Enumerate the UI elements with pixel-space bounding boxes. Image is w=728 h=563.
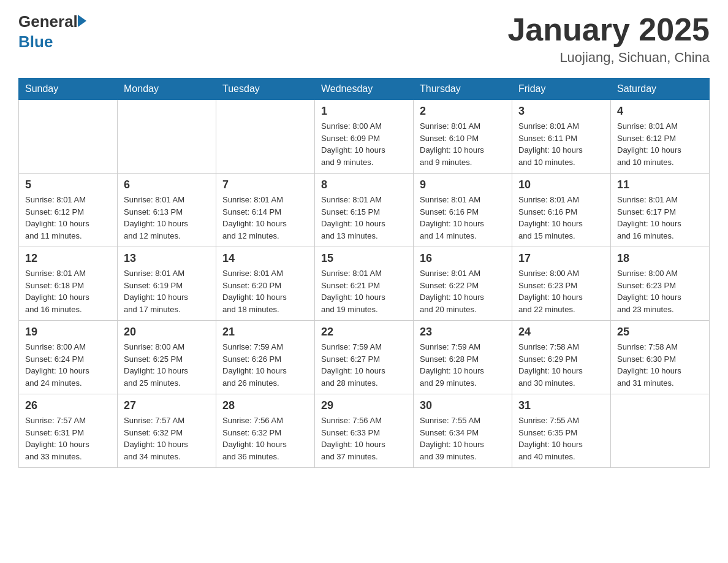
day-info: Sunrise: 8:00 AM Sunset: 6:23 PM Dayligh… [617,267,703,315]
logo-line1: General [18,12,86,31]
day-info: Sunrise: 7:59 AM Sunset: 6:28 PM Dayligh… [420,341,506,389]
calendar-day-cell: 10Sunrise: 8:01 AM Sunset: 6:16 PM Dayli… [512,174,611,247]
month-title: January 2025 [507,12,710,47]
calendar-week-row: 1Sunrise: 8:00 AM Sunset: 6:09 PM Daylig… [19,100,710,174]
calendar-day-cell: 1Sunrise: 8:00 AM Sunset: 6:09 PM Daylig… [315,100,414,174]
day-info: Sunrise: 8:00 AM Sunset: 6:09 PM Dayligh… [321,120,407,168]
day-info: Sunrise: 8:01 AM Sunset: 6:11 PM Dayligh… [518,120,604,168]
calendar-week-row: 26Sunrise: 7:57 AM Sunset: 6:31 PM Dayli… [19,394,710,468]
day-number: 31 [518,399,604,412]
day-number: 1 [321,105,407,118]
calendar-week-row: 5Sunrise: 8:01 AM Sunset: 6:12 PM Daylig… [19,174,710,247]
day-number: 24 [518,326,604,339]
calendar-day-cell: 22Sunrise: 7:59 AM Sunset: 6:27 PM Dayli… [315,321,414,394]
calendar-day-cell: 24Sunrise: 7:58 AM Sunset: 6:29 PM Dayli… [512,321,611,394]
day-info: Sunrise: 8:01 AM Sunset: 6:12 PM Dayligh… [25,194,111,242]
day-info: Sunrise: 8:01 AM Sunset: 6:15 PM Dayligh… [321,194,407,242]
day-info: Sunrise: 8:01 AM Sunset: 6:17 PM Dayligh… [617,194,703,242]
calendar-day-cell: 7Sunrise: 8:01 AM Sunset: 6:14 PM Daylig… [216,174,315,247]
calendar-header: SundayMondayTuesdayWednesdayThursdayFrid… [19,79,710,100]
calendar-day-cell: 20Sunrise: 8:00 AM Sunset: 6:25 PM Dayli… [118,321,216,394]
title-section: January 2025 Luojiang, Sichuan, China [507,12,710,66]
day-number: 17 [518,252,604,265]
calendar-day-cell: 3Sunrise: 8:01 AM Sunset: 6:11 PM Daylig… [512,100,611,174]
day-number: 10 [518,178,604,191]
day-info: Sunrise: 7:58 AM Sunset: 6:29 PM Dayligh… [518,341,604,389]
day-of-week-header: Monday [118,79,216,100]
day-info: Sunrise: 8:00 AM Sunset: 6:23 PM Dayligh… [518,267,604,315]
day-number: 19 [25,326,111,339]
calendar-body: 1Sunrise: 8:00 AM Sunset: 6:09 PM Daylig… [19,100,710,468]
calendar-day-cell: 30Sunrise: 7:55 AM Sunset: 6:34 PM Dayli… [414,394,512,468]
day-info: Sunrise: 8:01 AM Sunset: 6:16 PM Dayligh… [518,194,604,242]
day-number: 30 [420,399,506,412]
calendar-day-cell: 11Sunrise: 8:01 AM Sunset: 6:17 PM Dayli… [611,174,710,247]
calendar-day-cell: 18Sunrise: 8:00 AM Sunset: 6:23 PM Dayli… [611,247,710,321]
day-of-week-header: Sunday [19,79,118,100]
day-number: 22 [321,326,407,339]
day-number: 16 [420,252,506,265]
logo-arrow-icon [78,15,86,27]
calendar-day-cell [611,394,710,468]
calendar-day-cell [216,100,315,174]
day-of-week-header: Saturday [611,79,710,100]
calendar-day-cell: 6Sunrise: 8:01 AM Sunset: 6:13 PM Daylig… [118,174,216,247]
logo: General Blue [18,12,86,52]
day-info: Sunrise: 8:00 AM Sunset: 6:24 PM Dayligh… [25,341,111,389]
day-number: 7 [222,178,308,191]
day-number: 9 [420,178,506,191]
page-header: General Blue January 2025 Luojiang, Sich… [18,12,710,66]
day-number: 4 [617,105,703,118]
calendar-day-cell: 21Sunrise: 7:59 AM Sunset: 6:26 PM Dayli… [216,321,315,394]
day-of-week-header: Thursday [414,79,512,100]
day-number: 8 [321,178,407,191]
calendar-day-cell: 14Sunrise: 8:01 AM Sunset: 6:20 PM Dayli… [216,247,315,321]
calendar-day-cell: 13Sunrise: 8:01 AM Sunset: 6:19 PM Dayli… [118,247,216,321]
calendar-day-cell [118,100,216,174]
day-info: Sunrise: 7:55 AM Sunset: 6:34 PM Dayligh… [420,415,506,462]
calendar-day-cell: 12Sunrise: 8:01 AM Sunset: 6:18 PM Dayli… [19,247,118,321]
day-info: Sunrise: 8:01 AM Sunset: 6:19 PM Dayligh… [124,267,210,315]
day-number: 20 [124,326,210,339]
day-info: Sunrise: 7:57 AM Sunset: 6:31 PM Dayligh… [25,415,111,462]
calendar-day-cell: 25Sunrise: 7:58 AM Sunset: 6:30 PM Dayli… [611,321,710,394]
day-info: Sunrise: 7:56 AM Sunset: 6:33 PM Dayligh… [321,415,407,462]
location-text: Luojiang, Sichuan, China [507,50,710,66]
days-of-week-row: SundayMondayTuesdayWednesdayThursdayFrid… [19,79,710,100]
day-info: Sunrise: 7:58 AM Sunset: 6:30 PM Dayligh… [617,341,703,389]
day-info: Sunrise: 8:01 AM Sunset: 6:20 PM Dayligh… [222,267,308,315]
day-info: Sunrise: 8:01 AM Sunset: 6:22 PM Dayligh… [420,267,506,315]
day-info: Sunrise: 7:55 AM Sunset: 6:35 PM Dayligh… [518,415,604,462]
day-number: 13 [124,252,210,265]
day-number: 15 [321,252,407,265]
day-info: Sunrise: 7:57 AM Sunset: 6:32 PM Dayligh… [124,415,210,462]
day-number: 5 [25,178,111,191]
logo-general-text: General [18,12,78,31]
calendar-day-cell: 8Sunrise: 8:01 AM Sunset: 6:15 PM Daylig… [315,174,414,247]
day-number: 21 [222,326,308,339]
day-of-week-header: Wednesday [315,79,414,100]
day-number: 6 [124,178,210,191]
day-number: 26 [25,399,111,412]
calendar-day-cell: 17Sunrise: 8:00 AM Sunset: 6:23 PM Dayli… [512,247,611,321]
day-number: 25 [617,326,703,339]
calendar-day-cell: 27Sunrise: 7:57 AM Sunset: 6:32 PM Dayli… [118,394,216,468]
day-info: Sunrise: 8:01 AM Sunset: 6:18 PM Dayligh… [25,267,111,315]
day-info: Sunrise: 8:00 AM Sunset: 6:25 PM Dayligh… [124,341,210,389]
calendar-week-row: 19Sunrise: 8:00 AM Sunset: 6:24 PM Dayli… [19,321,710,394]
calendar-day-cell: 9Sunrise: 8:01 AM Sunset: 6:16 PM Daylig… [414,174,512,247]
calendar-day-cell: 31Sunrise: 7:55 AM Sunset: 6:35 PM Dayli… [512,394,611,468]
day-number: 11 [617,178,703,191]
day-info: Sunrise: 8:01 AM Sunset: 6:10 PM Dayligh… [420,120,506,168]
calendar-day-cell: 19Sunrise: 8:00 AM Sunset: 6:24 PM Dayli… [19,321,118,394]
calendar-table: SundayMondayTuesdayWednesdayThursdayFrid… [18,78,710,468]
day-number: 23 [420,326,506,339]
day-of-week-header: Friday [512,79,611,100]
day-info: Sunrise: 8:01 AM Sunset: 6:13 PM Dayligh… [124,194,210,242]
calendar-day-cell: 28Sunrise: 7:56 AM Sunset: 6:32 PM Dayli… [216,394,315,468]
day-number: 27 [124,399,210,412]
calendar-day-cell: 23Sunrise: 7:59 AM Sunset: 6:28 PM Dayli… [414,321,512,394]
calendar-week-row: 12Sunrise: 8:01 AM Sunset: 6:18 PM Dayli… [19,247,710,321]
day-info: Sunrise: 7:59 AM Sunset: 6:26 PM Dayligh… [222,341,308,389]
day-info: Sunrise: 8:01 AM Sunset: 6:12 PM Dayligh… [617,120,703,168]
